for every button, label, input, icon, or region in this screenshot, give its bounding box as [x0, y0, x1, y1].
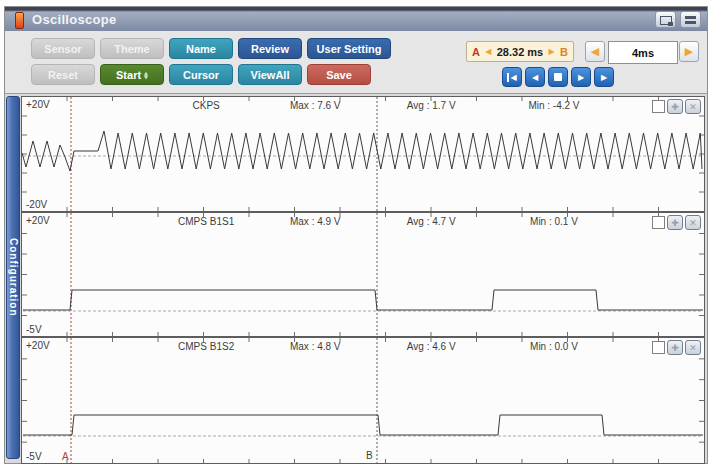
step-forward-button[interactable]: ▶	[571, 67, 591, 87]
channel-controls: ✚ ✕	[652, 340, 701, 355]
cursor-b-label: B	[560, 46, 568, 58]
timebase-decrease-button[interactable]: ◀	[585, 41, 605, 62]
cursor-time-readout: A ◀ 28.32 ms ▶ B	[466, 41, 574, 62]
channel-bottom-voltage: -5V	[26, 324, 42, 335]
button-label: ViewAll	[251, 69, 290, 81]
button-label: Cursor	[183, 69, 219, 81]
svg-text:A: A	[62, 451, 69, 462]
channel-select-checkbox[interactable]	[652, 216, 665, 229]
channel-top-voltage: +20V	[26, 215, 50, 226]
sensor-button[interactable]: Sensor	[31, 38, 95, 59]
channel-avg-value: Avg : 4.7 V	[407, 216, 456, 227]
toolbar: SensorThemeNameReviewUser Setting ResetS…	[5, 31, 707, 94]
play-icon: ▶	[601, 73, 607, 82]
channel-top-voltage: +20V	[26, 340, 50, 351]
play-icon: ◀	[532, 73, 538, 82]
channel-max-value: Max : 4.9 V	[290, 216, 341, 227]
button-label: Name	[186, 43, 216, 55]
skip-to-end-button[interactable]: ▶	[594, 67, 614, 87]
channel-avg-value: Avg : 1.7 V	[407, 100, 456, 111]
user-setting-button[interactable]: User Setting	[307, 38, 391, 59]
right-arrow-icon: ▶	[685, 45, 693, 58]
channel-top-voltage: +20V	[26, 99, 50, 110]
channel-select-checkbox[interactable]	[652, 100, 665, 113]
playback-controls: ◀◀▶▶	[502, 67, 614, 87]
channel-expand-button[interactable]: ✚	[667, 215, 683, 230]
cursor-b-arrow-icon: ▶	[549, 47, 555, 56]
channel-expand-button[interactable]: ✚	[667, 99, 683, 114]
channel-expand-button[interactable]: ✚	[667, 340, 683, 355]
channel-name: CKPS	[193, 100, 220, 111]
channel-controls: ✚ ✕	[652, 99, 701, 114]
configuration-tab-label: Configuration	[8, 238, 19, 317]
theme-button[interactable]: Theme	[100, 38, 164, 59]
channel-panel-cmps-b1s2: AB +20V -5V CMPS B1S2 Max : 4.8 V Avg : …	[21, 337, 705, 464]
toolbar-row-1: SensorThemeNameReviewUser Setting	[31, 38, 391, 59]
toolbar-row-2: ResetStart▲▼CursorViewAllSave	[31, 64, 371, 85]
button-label: User Setting	[317, 43, 382, 55]
name-button[interactable]: Name	[169, 38, 233, 59]
channel-avg-value: Avg : 4.6 V	[407, 341, 456, 352]
waveform-plot	[22, 97, 704, 211]
channel-bottom-voltage: -20V	[26, 199, 47, 210]
detach-window-button[interactable]	[655, 11, 676, 28]
channel-close-button[interactable]: ✕	[685, 340, 701, 355]
viewall-button[interactable]: ViewAll	[238, 64, 302, 85]
step-back-button[interactable]: ◀	[525, 67, 545, 87]
channel-max-value: Max : 7.6 V	[290, 100, 341, 111]
save-button[interactable]: Save	[307, 64, 371, 85]
skip-icon: ◀	[507, 73, 516, 82]
cursor-a-label: A	[472, 46, 480, 58]
channel-controls: ✚ ✕	[652, 215, 701, 230]
channel-name: CMPS B1S2	[178, 341, 234, 352]
button-label: Review	[251, 43, 289, 55]
timebase-value[interactable]: 4ms	[608, 41, 678, 64]
channel-close-button[interactable]: ✕	[685, 99, 701, 114]
timebase-increase-button[interactable]: ▶	[679, 41, 699, 62]
stop-icon	[554, 73, 562, 81]
button-label: Save	[326, 69, 352, 81]
app-window: Oscilloscope SensorThemeNameReviewUser S…	[4, 6, 708, 464]
app-icon	[15, 12, 24, 29]
cursor-delta-value: 28.32 ms	[497, 46, 543, 58]
channel-min-value: Min : 0.0 V	[530, 341, 578, 352]
channel-panel-ckps: +20V -20V CKPS Max : 7.6 V Avg : 1.7 V M…	[21, 96, 705, 212]
plus-icon: ✚	[671, 343, 679, 353]
svg-text:B: B	[366, 450, 373, 461]
configuration-tab[interactable]: Configuration	[6, 96, 20, 459]
spinner-icon: ▲▼	[144, 71, 148, 79]
channel-min-value: Min : -4.2 V	[528, 100, 579, 111]
bars-icon	[685, 16, 696, 24]
reset-button[interactable]: Reset	[31, 64, 95, 85]
play-icon: ▶	[578, 73, 584, 82]
window-title: Oscilloscope	[32, 12, 117, 27]
channel-bottom-voltage: -5V	[26, 451, 42, 462]
plus-icon: ✚	[671, 102, 679, 112]
review-button[interactable]: Review	[238, 38, 302, 59]
start-button[interactable]: Start▲▼	[100, 64, 164, 85]
left-arrow-icon: ◀	[591, 45, 599, 58]
skip-to-start-button[interactable]: ◀	[502, 67, 522, 87]
channel-name: CMPS B1S1	[178, 216, 234, 227]
plus-icon: ✚	[671, 218, 679, 228]
minimize-button[interactable]	[680, 11, 701, 28]
cursor-a-arrow-icon: ◀	[485, 47, 491, 56]
close-icon: ✕	[689, 218, 697, 228]
waveform-plot	[22, 213, 704, 336]
close-icon: ✕	[689, 102, 697, 112]
button-label: Sensor	[44, 43, 81, 55]
channel-min-value: Min : 0.1 V	[530, 216, 578, 227]
button-label: Theme	[114, 43, 149, 55]
scope-area: Configuration +20V -20V CKPS Max : 7.6 V…	[5, 94, 707, 463]
title-bar[interactable]: Oscilloscope	[5, 7, 707, 31]
button-label: Start	[116, 69, 141, 81]
close-icon: ✕	[689, 343, 697, 353]
oscilloscope-app: Oscilloscope SensorThemeNameReviewUser S…	[0, 0, 712, 467]
channel-close-button[interactable]: ✕	[685, 215, 701, 230]
waveform-plot: AB	[22, 338, 704, 463]
button-label: Reset	[48, 69, 78, 81]
cursor-button[interactable]: Cursor	[169, 64, 233, 85]
channel-select-checkbox[interactable]	[652, 341, 665, 354]
stop-button[interactable]	[548, 67, 568, 87]
window-icon	[660, 16, 672, 25]
